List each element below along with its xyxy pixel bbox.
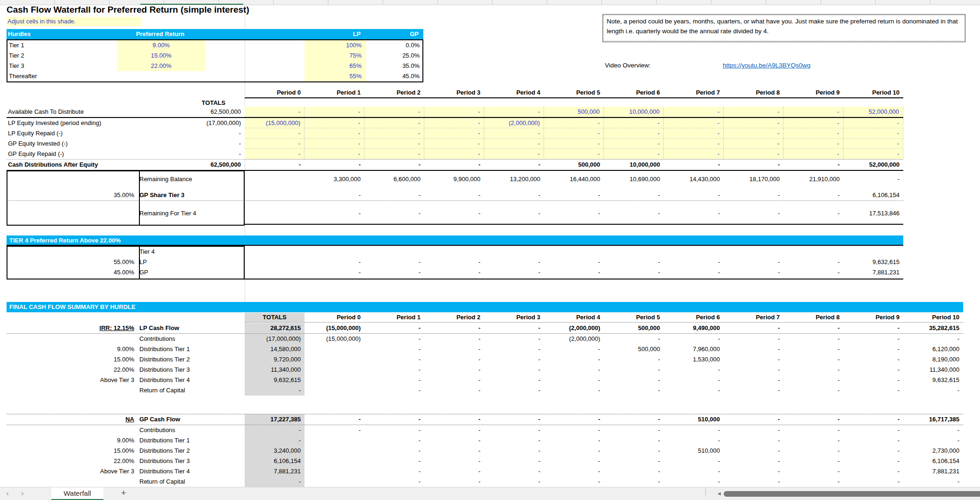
period-header: Period 6 bbox=[664, 313, 724, 322]
sheet-tab-waterfall[interactable]: Waterfall bbox=[51, 487, 103, 500]
period-cell: - bbox=[724, 477, 784, 487]
video-overview-link[interactable]: https://youtu.be/A9L3BYQs0wg bbox=[723, 62, 811, 69]
period-cell[interactable]: - bbox=[424, 149, 484, 159]
period-cell: - bbox=[784, 477, 843, 487]
period-cell: - bbox=[424, 446, 484, 456]
splitter-dots-icon[interactable]: ⋮⋮ bbox=[703, 488, 707, 496]
period-cell[interactable]: - bbox=[424, 139, 484, 149]
period-cell[interactable]: - bbox=[364, 128, 424, 139]
preferred-return-input[interactable]: 22.00% bbox=[117, 61, 205, 71]
period-cell: 13,200,000 bbox=[484, 174, 544, 184]
scroll-left-icon[interactable]: ◄ bbox=[717, 491, 722, 496]
period-cell[interactable]: - bbox=[245, 107, 305, 117]
period-cell[interactable]: - bbox=[664, 139, 724, 149]
period-cell[interactable]: - bbox=[424, 118, 484, 128]
period-cell[interactable]: - bbox=[843, 139, 903, 149]
period-cell[interactable]: - bbox=[664, 128, 724, 139]
prev-sheet-icon[interactable]: ‹ bbox=[3, 489, 12, 498]
period-cell[interactable]: 10,000,000 bbox=[604, 107, 664, 117]
period-cell[interactable]: - bbox=[484, 128, 544, 139]
period-cell: 2,730,000 bbox=[903, 446, 963, 456]
period-cell: - bbox=[544, 446, 604, 456]
period-cell[interactable]: - bbox=[604, 149, 664, 159]
period-cell: - bbox=[305, 160, 364, 170]
period-cell[interactable]: - bbox=[424, 128, 484, 139]
period-cell: - bbox=[364, 365, 424, 375]
period-cell[interactable]: - bbox=[724, 118, 784, 128]
period-cell[interactable]: - bbox=[364, 149, 424, 159]
period-cell[interactable]: - bbox=[544, 128, 604, 139]
period-cell[interactable]: - bbox=[784, 149, 843, 159]
lp-split-input[interactable]: 65% bbox=[305, 61, 366, 71]
period-cell[interactable]: - bbox=[364, 118, 424, 128]
period-cell[interactable]: 500,000 bbox=[544, 107, 604, 117]
next-sheet-icon[interactable]: › bbox=[18, 489, 27, 498]
period-cell[interactable]: - bbox=[604, 128, 664, 139]
period-cell[interactable]: - bbox=[484, 139, 544, 149]
period-cell[interactable]: - bbox=[305, 118, 364, 128]
period-cell[interactable]: - bbox=[664, 149, 724, 159]
table-row: Thereafter 55% 45.0% bbox=[7, 71, 422, 81]
period-cell[interactable]: - bbox=[305, 128, 364, 139]
period-cell: - bbox=[843, 425, 903, 435]
period-cell[interactable]: - bbox=[604, 139, 664, 149]
period-cell[interactable]: - bbox=[664, 107, 724, 117]
row-label: GP Equity Repaid (-) bbox=[7, 149, 182, 159]
period-cell[interactable]: - bbox=[724, 139, 784, 149]
horizontal-scrollbar-thumb[interactable] bbox=[724, 491, 980, 497]
period-cell[interactable]: - bbox=[843, 149, 903, 159]
table-row: GP Equity Repaid (-)------------ bbox=[7, 149, 903, 159]
period-cell[interactable]: (15,000,000) bbox=[245, 118, 305, 128]
row-label: GP bbox=[138, 267, 245, 278]
period-cell[interactable]: - bbox=[544, 149, 604, 159]
preferred-return-input[interactable]: 9.00% bbox=[117, 40, 205, 51]
table-row: Remaining Balance3,300,0006,600,0009,900… bbox=[7, 174, 903, 184]
period-cell[interactable]: - bbox=[484, 149, 544, 159]
period-cell[interactable]: - bbox=[724, 149, 784, 159]
period-cell: - bbox=[305, 257, 364, 267]
period-cell[interactable]: - bbox=[664, 118, 724, 128]
period-cell: - bbox=[364, 267, 424, 278]
period-cell[interactable]: - bbox=[544, 139, 604, 149]
period-cell[interactable]: - bbox=[544, 118, 604, 128]
preferred-return-input[interactable]: 15.00% bbox=[117, 51, 205, 61]
totals-cell: 6,106,154 bbox=[245, 456, 305, 466]
totals-cell: 17,227,385 bbox=[245, 414, 305, 425]
add-sheet-button[interactable]: + bbox=[118, 488, 129, 498]
row-left-value: 35.00% bbox=[7, 190, 138, 200]
lp-split-input[interactable]: 55% bbox=[305, 71, 366, 81]
period-cell: - bbox=[544, 385, 604, 396]
period-cell[interactable]: - bbox=[245, 149, 305, 159]
period-cell[interactable]: - bbox=[724, 107, 784, 117]
period-cell[interactable]: - bbox=[305, 139, 364, 149]
period-cell[interactable]: - bbox=[245, 139, 305, 149]
period-cell[interactable]: - bbox=[843, 128, 903, 139]
lp-split-input[interactable]: 75% bbox=[305, 51, 366, 61]
period-cell: - bbox=[484, 456, 544, 466]
period-cell[interactable]: - bbox=[364, 107, 424, 117]
totals-cell: - bbox=[245, 477, 305, 487]
period-cell[interactable]: - bbox=[305, 149, 364, 159]
period-cell[interactable]: - bbox=[484, 107, 544, 117]
preferred-return-col-header: Preferred Return bbox=[116, 29, 204, 39]
period-cell[interactable]: - bbox=[724, 128, 784, 139]
period-cell[interactable]: - bbox=[305, 107, 364, 117]
lp-split-input[interactable]: 100% bbox=[305, 40, 366, 51]
period-cell: - bbox=[424, 323, 484, 333]
row-label: Tier 4 bbox=[138, 247, 245, 257]
period-cell: - bbox=[364, 354, 424, 365]
period-cell[interactable]: - bbox=[784, 128, 843, 139]
period-cell[interactable]: - bbox=[784, 118, 843, 128]
period-cell: - bbox=[364, 414, 424, 425]
period-cell[interactable]: - bbox=[604, 118, 664, 128]
period-cell[interactable]: (2,000,000) bbox=[484, 118, 544, 128]
period-cell: - bbox=[364, 435, 424, 446]
period-cell[interactable]: 52,000,000 bbox=[843, 107, 903, 117]
period-cell[interactable]: - bbox=[784, 107, 843, 117]
period-cell[interactable]: - bbox=[364, 139, 424, 149]
period-cell[interactable]: - bbox=[245, 128, 305, 139]
table-row: Above Tier 3Distributions Tier 47,881,23… bbox=[7, 466, 963, 477]
period-cell[interactable]: - bbox=[784, 139, 843, 149]
period-cell[interactable]: - bbox=[424, 107, 484, 117]
period-cell[interactable]: - bbox=[843, 118, 903, 128]
